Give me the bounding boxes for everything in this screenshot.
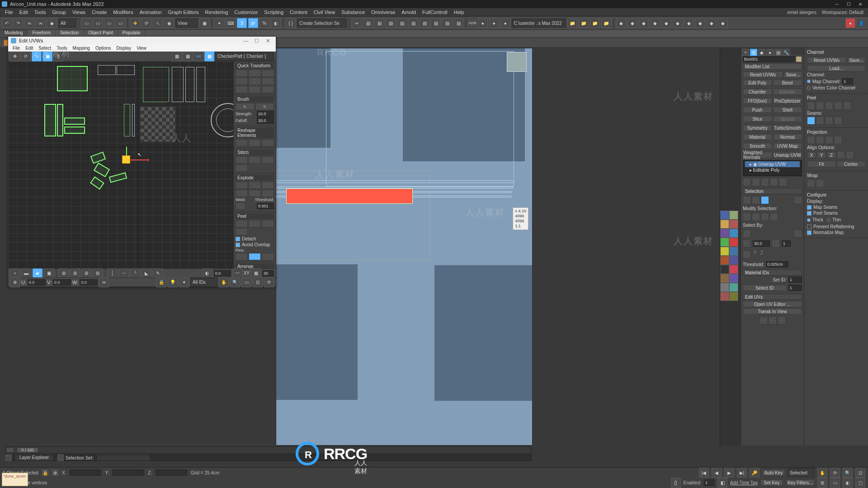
selection-set-dropdown[interactable] (96, 455, 151, 461)
menu-item[interactable]: Rendering (202, 9, 231, 15)
time-knob[interactable]: 0 / 100 (17, 447, 38, 453)
uv-hand-icon[interactable]: ✋ (219, 277, 229, 287)
wrap-icon[interactable] (807, 179, 815, 188)
seam-icon[interactable] (825, 117, 833, 125)
qt-btn[interactable] (262, 70, 274, 77)
misc-icon[interactable] (760, 316, 768, 324)
qt-btn[interactable] (249, 86, 261, 93)
uv-canvas[interactable]: ↖ (8, 61, 233, 268)
reset-uvws-button[interactable]: Reset UVWs (807, 57, 846, 63)
util-icon[interactable]: ◆ (627, 18, 637, 28)
uv-window-close[interactable]: ✕ (262, 38, 273, 44)
mat-thumb[interactable] (720, 283, 729, 292)
select-icon[interactable]: ▭ (81, 18, 91, 28)
stack-config-icon[interactable] (779, 178, 787, 186)
play-prev-icon[interactable]: ◀ (712, 468, 722, 478)
redo-icon[interactable]: ↷ (13, 18, 23, 28)
brush-btn[interactable]: ✎ (236, 103, 255, 110)
map-channel-radio[interactable]: Map Channel:1 (807, 78, 865, 84)
sel-angle-icon2[interactable] (772, 239, 780, 248)
mirror-icon[interactable]: ⇔ (352, 18, 362, 28)
rollout-title[interactable]: Arrange Elements (236, 263, 274, 268)
placement-icon[interactable]: ◉ (164, 18, 174, 28)
keymode-dropdown[interactable]: Selected (788, 468, 815, 477)
tweak-button[interactable]: Tweak In View (743, 308, 802, 314)
stack-remove-icon[interactable] (770, 178, 778, 186)
uv-subobj-poly-icon[interactable]: ▰ (33, 268, 42, 278)
channel-rollout[interactable]: Channel (807, 50, 865, 55)
selset-icon[interactable] (57, 455, 64, 461)
mat-thumb[interactable] (720, 274, 729, 283)
menu-item[interactable]: Tools (31, 9, 49, 15)
viewport-perspective[interactable]: v 4.10 4096 4096 1:1 RRCG 人人素材 人人素材 (276, 48, 533, 446)
mod-button[interactable]: TurboSmooth (773, 125, 802, 131)
render-icon[interactable]: ▤ (453, 18, 463, 28)
select-region-icon[interactable]: ▭ (104, 18, 114, 28)
seam-icon[interactable] (816, 117, 824, 125)
menu-item[interactable]: Omniverse (368, 9, 398, 15)
uv-tool-icon[interactable]: ⊞ (93, 268, 103, 278)
misc-icon[interactable]: ● (478, 18, 488, 28)
sel-angle-icon[interactable] (743, 239, 751, 248)
play-first-icon[interactable]: |◀ (699, 468, 709, 478)
mat-thumb[interactable] (720, 220, 729, 229)
peel-rollout[interactable]: Peel (807, 95, 865, 100)
fit-button[interactable]: Fit (807, 161, 836, 167)
uv-grid-snap-icon[interactable]: ▦ (251, 268, 261, 278)
load-button[interactable]: Load... (807, 65, 865, 71)
exp-btn[interactable] (249, 190, 261, 197)
peel-btn[interactable] (236, 220, 248, 227)
uv-texture-dropdown[interactable]: CheckerPatt ( Checker ) (215, 52, 274, 61)
bind-icon[interactable]: ◆ (47, 18, 57, 28)
util-icon[interactable]: ◆ (639, 18, 649, 28)
timetag-button[interactable]: Add Time Tag (730, 480, 758, 485)
uv-menu-item[interactable]: Tools (54, 46, 70, 51)
proj-icon[interactable] (807, 136, 815, 144)
uv-angle-field[interactable]: 0.0 (214, 270, 231, 277)
threshold-field[interactable]: 0.001 (257, 203, 274, 209)
uv-grid2-icon[interactable]: ▦ (183, 52, 193, 61)
mat-thumb[interactable] (729, 229, 738, 238)
object-name-field[interactable] (743, 56, 795, 62)
maxscript-listener[interactable]: "done_storin (2, 473, 28, 486)
selection-rollout[interactable]: Selection (743, 188, 802, 194)
uv-lock-icon[interactable]: 🔒 (156, 277, 166, 287)
uv-pick-icon[interactable]: 💡 (168, 277, 178, 287)
pivot-icon[interactable]: ▣ (199, 18, 209, 28)
pin-btn-active[interactable] (249, 253, 261, 260)
align-z-button[interactable]: Z (827, 152, 836, 158)
uv-zoom-icon[interactable]: 🔍 (230, 277, 240, 287)
uv-zoom-extents-icon[interactable]: ⊡ (253, 277, 263, 287)
uv-tool-icon[interactable]: ⊞ (59, 268, 69, 278)
brush-strength-field[interactable]: 10.0 (257, 111, 274, 117)
menu-item[interactable]: Views (69, 9, 89, 15)
rollout-title[interactable]: Stitch (236, 150, 274, 155)
rollout-title[interactable]: Explode (236, 175, 274, 181)
uv-tool-icon[interactable]: ⊞ (81, 268, 91, 278)
qt-btn[interactable] (262, 78, 274, 85)
render-frame-icon[interactable]: ▤ (442, 18, 452, 28)
vp-zoom-icon[interactable]: 🔍 (843, 468, 853, 478)
uv-curve-icon[interactable]: 〰 (232, 268, 242, 278)
mat-thumb[interactable] (720, 211, 729, 220)
mat-thumb[interactable] (729, 265, 738, 274)
qt-btn[interactable] (236, 78, 248, 85)
menu-item[interactable]: Help (451, 9, 467, 15)
autokey-button[interactable]: Auto Key (762, 469, 785, 476)
vp-pan-icon[interactable]: ✋ (817, 468, 827, 478)
matlib-path[interactable]: C:\users\e . s Max 2022 (512, 19, 566, 28)
window-crossing-icon[interactable]: ▭ (115, 18, 125, 28)
uv-move-icon[interactable]: ✥ (10, 52, 20, 61)
workspaces-dropdown[interactable]: Workspaces: Default (819, 10, 866, 15)
mat-thumb[interactable] (729, 247, 738, 256)
mod-button[interactable]: Weighted Normals (743, 152, 772, 158)
menu-item[interactable]: Create (89, 9, 110, 15)
record-icon[interactable]: ● (845, 18, 855, 28)
vp-min-icon[interactable]: ▢ (855, 478, 865, 488)
rollout-title[interactable]: Peel (236, 213, 274, 219)
util-icon[interactable]: ◆ (684, 18, 694, 28)
uv-tool-icon[interactable]: ─ (119, 268, 129, 278)
util-icon[interactable]: ◆ (673, 18, 683, 28)
mat-thumb[interactable] (729, 211, 738, 220)
mod-button[interactable]: Push (743, 107, 772, 113)
